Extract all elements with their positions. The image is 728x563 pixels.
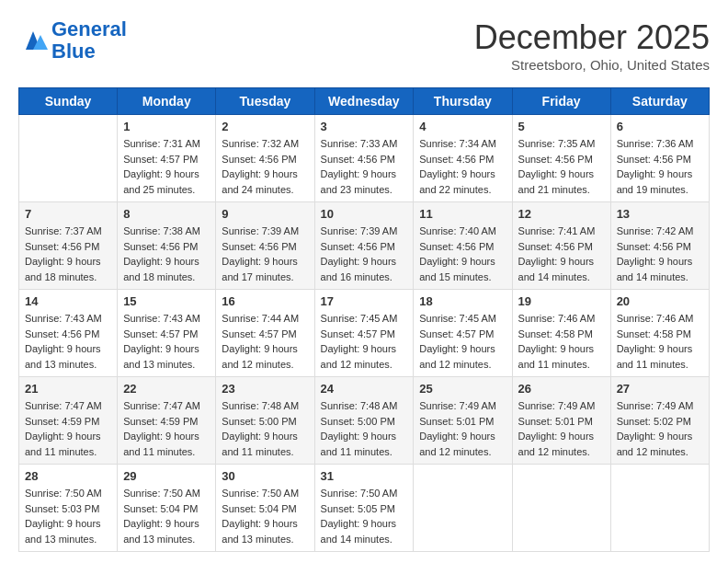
logo-line2: Blue [51, 40, 96, 63]
calendar-cell: 9 Sunrise: 7:39 AM Sunset: 4:56 PM Dayli… [216, 202, 314, 290]
day-info: Sunrise: 7:46 AM Sunset: 4:58 PM Dayligh… [617, 311, 703, 372]
sunset-text: Sunset: 4:56 PM [518, 154, 593, 165]
calendar-cell: 15 Sunrise: 7:43 AM Sunset: 4:57 PM Dayl… [118, 290, 216, 377]
sunset-text: Sunset: 4:56 PM [25, 328, 99, 339]
calendar-header-thursday: Thursday [414, 88, 512, 115]
daylight-text: Daylight: 9 hours and 12 minutes. [518, 431, 595, 457]
calendar-cell: 2 Sunrise: 7:32 AM Sunset: 4:56 PM Dayli… [216, 115, 314, 202]
day-info: Sunrise: 7:42 AM Sunset: 4:56 PM Dayligh… [617, 224, 703, 284]
daylight-text: Daylight: 9 hours and 13 minutes. [123, 343, 199, 370]
sunrise-text: Sunrise: 7:35 AM [518, 138, 596, 149]
calendar-cell: 16 Sunrise: 7:44 AM Sunset: 4:57 PM Dayl… [216, 290, 314, 377]
day-number: 6 [617, 120, 703, 133]
day-info: Sunrise: 7:48 AM Sunset: 5:00 PM Dayligh… [321, 398, 408, 459]
calendar-table: SundayMondayTuesdayWednesdayThursdayFrid… [18, 87, 710, 552]
day-info: Sunrise: 7:41 AM Sunset: 4:56 PM Dayligh… [518, 224, 605, 284]
sunrise-text: Sunrise: 7:36 AM [617, 138, 694, 149]
daylight-text: Daylight: 9 hours and 11 minutes. [321, 431, 397, 457]
calendar-cell: 19 Sunrise: 7:46 AM Sunset: 4:58 PM Dayl… [512, 290, 610, 377]
daylight-text: Daylight: 9 hours and 14 minutes. [617, 256, 693, 282]
day-number: 3 [321, 120, 408, 133]
sunset-text: Sunset: 5:00 PM [321, 416, 395, 427]
calendar-week-row: 14 Sunrise: 7:43 AM Sunset: 4:56 PM Dayl… [19, 290, 710, 377]
day-number: 31 [321, 469, 408, 483]
sunset-text: Sunset: 5:01 PM [518, 416, 593, 427]
day-info: Sunrise: 7:36 AM Sunset: 4:56 PM Dayligh… [617, 136, 703, 197]
day-number: 28 [25, 469, 111, 483]
sunset-text: Sunset: 5:04 PM [222, 503, 296, 514]
calendar-cell [512, 465, 610, 552]
day-number: 22 [123, 382, 210, 396]
sunrise-text: Sunrise: 7:49 AM [518, 400, 596, 411]
day-number: 5 [518, 120, 605, 133]
day-number: 7 [25, 207, 111, 221]
calendar-week-row: 21 Sunrise: 7:47 AM Sunset: 4:59 PM Dayl… [19, 377, 710, 465]
sunrise-text: Sunrise: 7:38 AM [123, 225, 200, 236]
day-info: Sunrise: 7:39 AM Sunset: 4:56 PM Dayligh… [321, 224, 408, 284]
calendar-cell [414, 465, 512, 552]
day-number: 21 [25, 382, 111, 396]
calendar-cell: 3 Sunrise: 7:33 AM Sunset: 4:56 PM Dayli… [314, 115, 414, 202]
month-title: December 2025 [474, 18, 710, 57]
calendar-cell: 17 Sunrise: 7:45 AM Sunset: 4:57 PM Dayl… [314, 290, 414, 377]
logo-icon [18, 28, 48, 53]
sunset-text: Sunset: 5:02 PM [617, 416, 691, 427]
calendar-cell [610, 465, 709, 552]
day-info: Sunrise: 7:34 AM Sunset: 4:56 PM Dayligh… [419, 136, 506, 197]
sunset-text: Sunset: 5:01 PM [419, 416, 494, 427]
daylight-text: Daylight: 9 hours and 14 minutes. [321, 518, 397, 545]
sunset-text: Sunset: 4:56 PM [419, 154, 494, 165]
calendar-cell: 22 Sunrise: 7:47 AM Sunset: 4:59 PM Dayl… [118, 377, 216, 465]
sunrise-text: Sunrise: 7:50 AM [123, 488, 200, 499]
calendar-cell: 5 Sunrise: 7:35 AM Sunset: 4:56 PM Dayli… [512, 115, 610, 202]
sunrise-text: Sunrise: 7:31 AM [123, 138, 200, 149]
sunset-text: Sunset: 4:58 PM [518, 328, 593, 339]
sunrise-text: Sunrise: 7:32 AM [222, 138, 299, 149]
daylight-text: Daylight: 9 hours and 11 minutes. [617, 343, 693, 370]
calendar-week-row: 7 Sunrise: 7:37 AM Sunset: 4:56 PM Dayli… [19, 202, 710, 290]
day-info: Sunrise: 7:35 AM Sunset: 4:56 PM Dayligh… [518, 136, 605, 197]
daylight-text: Daylight: 9 hours and 13 minutes. [123, 518, 199, 545]
day-info: Sunrise: 7:50 AM Sunset: 5:04 PM Dayligh… [222, 486, 308, 546]
sunrise-text: Sunrise: 7:40 AM [419, 225, 496, 236]
daylight-text: Daylight: 9 hours and 12 minutes. [617, 431, 693, 457]
sunrise-text: Sunrise: 7:50 AM [321, 488, 398, 499]
daylight-text: Daylight: 9 hours and 25 minutes. [123, 168, 199, 195]
sunrise-text: Sunrise: 7:45 AM [419, 313, 496, 324]
sunrise-text: Sunrise: 7:34 AM [419, 138, 496, 149]
calendar-header-friday: Friday [512, 88, 610, 115]
daylight-text: Daylight: 9 hours and 23 minutes. [321, 168, 397, 195]
calendar-cell: 4 Sunrise: 7:34 AM Sunset: 4:56 PM Dayli… [414, 115, 512, 202]
daylight-text: Daylight: 9 hours and 11 minutes. [123, 431, 199, 457]
sunset-text: Sunset: 4:56 PM [518, 241, 593, 252]
sunset-text: Sunset: 4:59 PM [25, 416, 99, 427]
day-number: 2 [222, 120, 308, 133]
calendar-cell: 20 Sunrise: 7:46 AM Sunset: 4:58 PM Dayl… [610, 290, 709, 377]
calendar-header-saturday: Saturday [610, 88, 709, 115]
sunrise-text: Sunrise: 7:48 AM [222, 400, 299, 411]
day-info: Sunrise: 7:43 AM Sunset: 4:57 PM Dayligh… [123, 311, 210, 372]
sunset-text: Sunset: 4:56 PM [123, 241, 198, 252]
day-number: 20 [617, 294, 703, 308]
sunset-text: Sunset: 4:56 PM [617, 154, 691, 165]
sunset-text: Sunset: 4:57 PM [123, 328, 198, 339]
sunrise-text: Sunrise: 7:48 AM [321, 400, 398, 411]
calendar-cell: 30 Sunrise: 7:50 AM Sunset: 5:04 PM Dayl… [216, 465, 314, 552]
sunset-text: Sunset: 5:03 PM [25, 503, 99, 514]
location: Streetsboro, Ohio, United States [474, 57, 710, 73]
day-number: 15 [123, 294, 210, 308]
daylight-text: Daylight: 9 hours and 21 minutes. [518, 168, 595, 195]
day-number: 14 [25, 294, 111, 308]
sunset-text: Sunset: 4:56 PM [321, 241, 395, 252]
day-info: Sunrise: 7:40 AM Sunset: 4:56 PM Dayligh… [419, 224, 506, 284]
day-number: 16 [222, 294, 308, 308]
calendar-cell [19, 115, 118, 202]
sunset-text: Sunset: 4:59 PM [123, 416, 198, 427]
sunrise-text: Sunrise: 7:44 AM [222, 313, 299, 324]
daylight-text: Daylight: 9 hours and 14 minutes. [518, 256, 595, 282]
sunrise-text: Sunrise: 7:39 AM [321, 225, 398, 236]
sunset-text: Sunset: 5:04 PM [123, 503, 198, 514]
calendar-week-row: 1 Sunrise: 7:31 AM Sunset: 4:57 PM Dayli… [19, 115, 710, 202]
day-number: 25 [419, 382, 506, 396]
day-number: 17 [321, 294, 408, 308]
